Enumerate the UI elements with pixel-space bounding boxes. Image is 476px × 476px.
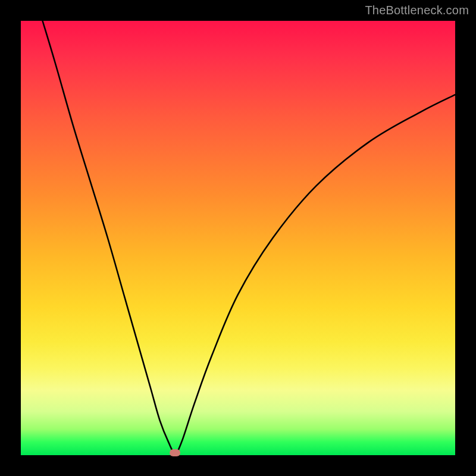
curve-svg xyxy=(21,21,455,455)
chart-frame: TheBottleneck.com xyxy=(0,0,476,476)
watermark-text: TheBottleneck.com xyxy=(365,4,469,17)
plot-area xyxy=(21,21,455,455)
bottleneck-curve xyxy=(43,21,456,453)
minimum-marker xyxy=(170,449,180,456)
